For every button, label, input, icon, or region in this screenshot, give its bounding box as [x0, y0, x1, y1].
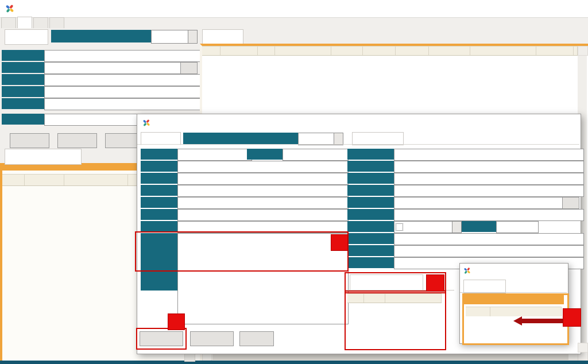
maximize-icon[interactable] — [522, 114, 545, 131]
tab-danh-sach-cai-dat[interactable] — [49, 17, 64, 28]
contact-label — [347, 197, 397, 208]
bsid-field[interactable] — [283, 149, 349, 161]
symtom-code-select[interactable] — [394, 245, 584, 257]
minimize-icon[interactable] — [513, 0, 536, 17]
tab-tiep-nhan-yeu-cau[interactable] — [17, 17, 32, 28]
status-field[interactable] — [177, 149, 252, 161]
contact-field[interactable] — [394, 197, 566, 209]
customer-name-field[interactable] — [44, 74, 202, 86]
trial-speed-field[interactable] — [177, 221, 349, 233]
col-hang-hoa[interactable] — [64, 175, 128, 185]
phone2-field[interactable] — [394, 209, 584, 221]
col-ngay[interactable] — [331, 47, 363, 55]
close-icon[interactable] — [545, 114, 568, 131]
cid-label — [2, 62, 48, 73]
chevron-down-icon[interactable] — [188, 30, 197, 43]
popup-titlebar[interactable] — [460, 264, 567, 278]
app-logo-icon — [463, 267, 471, 274]
search-button[interactable] — [10, 133, 49, 148]
phone-field[interactable] — [394, 149, 584, 161]
appointment-checkbox[interactable] — [396, 223, 403, 231]
cell-dien-giai — [491, 328, 562, 339]
popup-row-chuyen-sang-mission[interactable] — [466, 328, 562, 339]
request-items — [347, 302, 442, 346]
close-icon[interactable] — [559, 0, 582, 17]
cell-stt — [466, 316, 491, 328]
hang-hoa-label — [141, 185, 181, 196]
bottom-strip — [0, 361, 588, 364]
popup-count-bar — [464, 295, 564, 304]
clear-button[interactable] — [57, 133, 97, 148]
find-contact-button[interactable] — [562, 197, 579, 209]
scroll-up-icon[interactable] — [578, 46, 588, 56]
speed-label — [141, 197, 181, 208]
minimize-icon[interactable] — [499, 114, 522, 131]
date-combobox[interactable] — [151, 30, 198, 44]
address-field[interactable] — [44, 86, 202, 98]
date-value — [299, 133, 334, 145]
col-phieu-bao-hanh[interactable] — [275, 47, 331, 55]
col-stt[interactable] — [2, 175, 25, 185]
main-tab-strip — [1, 17, 65, 28]
p-tiep-nhan-field[interactable] — [177, 161, 349, 173]
tab-account-id-information[interactable] — [5, 149, 82, 165]
install-place-field[interactable] — [394, 233, 584, 245]
code-field[interactable] — [177, 173, 349, 185]
speed-field[interactable] — [177, 197, 349, 209]
popup-tab-divider — [460, 292, 567, 293]
cid-field[interactable] — [394, 161, 584, 173]
col-ngay-xo[interactable] — [396, 47, 429, 55]
col-ngay-den[interactable] — [363, 47, 396, 55]
tab-tiep-nhan-yeu-cau[interactable] — [350, 274, 423, 291]
tab-history[interactable] — [202, 29, 243, 45]
col-tinh-trang[interactable] — [574, 47, 578, 55]
tinh-trang-field[interactable] — [177, 233, 349, 324]
dialog-tab-thong-tin[interactable] — [141, 132, 181, 145]
col-hang-hoa[interactable] — [470, 47, 536, 55]
customer-name-field[interactable] — [394, 173, 584, 185]
dialog-tab-khach-hang[interactable] — [352, 132, 404, 145]
col-tiep-nhan — [385, 294, 442, 303]
col-tr[interactable] — [258, 47, 275, 55]
appointment-date-combobox[interactable] — [394, 221, 462, 233]
clear-button[interactable] — [190, 331, 234, 346]
hang-hoa-field[interactable] — [177, 185, 349, 197]
close-icon[interactable] — [547, 264, 567, 278]
app-logo-icon — [5, 4, 14, 13]
col-stt[interactable] — [202, 47, 220, 55]
popup-tab-danh-sach[interactable] — [463, 280, 506, 293]
tab-he-thong[interactable] — [1, 17, 16, 28]
scroll-down-icon[interactable] — [578, 343, 588, 353]
maximize-icon[interactable] — [536, 0, 559, 17]
tab-thong-tin[interactable] — [5, 29, 48, 45]
main-titlebar — [0, 0, 588, 18]
phone-field[interactable] — [44, 50, 202, 62]
trial-service-field[interactable] — [177, 209, 349, 221]
address-field[interactable] — [394, 185, 584, 197]
col-account-id[interactable] — [25, 175, 64, 185]
app-logo-icon — [142, 119, 150, 127]
dialog-date-combobox[interactable] — [298, 133, 343, 145]
cid-field[interactable] — [44, 62, 184, 74]
col-account-id[interactable] — [220, 47, 258, 55]
close-button[interactable] — [239, 331, 274, 346]
tab-theo-doi-bao-hanh[interactable] — [33, 17, 48, 28]
appointment-date-value — [404, 222, 452, 233]
col-stt — [466, 307, 490, 317]
chevron-down-icon[interactable] — [452, 222, 461, 233]
cid-count-button[interactable] — [180, 62, 198, 74]
annotation-arrow — [513, 316, 564, 326]
dialog-titlebar[interactable] — [137, 114, 579, 131]
col-nhan-vien[interactable] — [536, 47, 574, 55]
appointment-date-label — [347, 221, 397, 232]
col-ma-hang[interactable] — [429, 47, 471, 55]
chevron-down-icon[interactable] — [334, 133, 343, 145]
trial-service-label — [141, 209, 181, 220]
p-tiep-nhan-label — [141, 161, 181, 172]
customer-name-label — [347, 173, 397, 184]
bsid-label — [247, 149, 287, 160]
tinh-trang-label — [141, 233, 181, 291]
complete-button[interactable] — [140, 331, 183, 346]
appointment-time-field[interactable] — [496, 221, 539, 233]
email-field[interactable] — [44, 98, 202, 110]
